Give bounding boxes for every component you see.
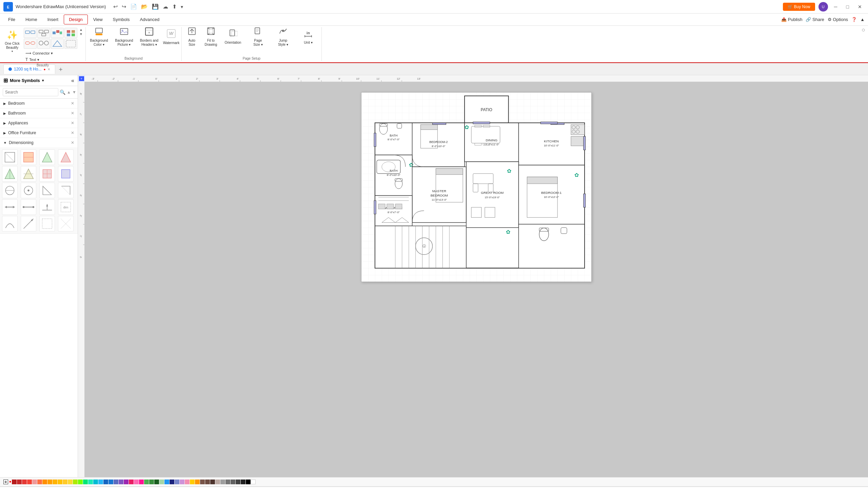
orientation-button[interactable]: Orientation: [221, 28, 245, 45]
symbol-15[interactable]: [39, 199, 55, 215]
shape-preset-5[interactable]: [24, 39, 37, 49]
color-swatch[interactable]: [149, 480, 154, 484]
maximize-button[interactable]: □: [844, 3, 852, 11]
shape-preset-2[interactable]: [37, 28, 50, 38]
scroll-down-icon[interactable]: ▼: [72, 90, 76, 95]
redo-button[interactable]: ↪: [120, 3, 127, 11]
sidebar-cat-office-header[interactable]: ▶ Office Furniture ✕: [0, 128, 78, 138]
color-swatch[interactable]: [58, 480, 62, 484]
help-link[interactable]: ❓: [851, 17, 857, 22]
share-link[interactable]: 🔗 Share: [806, 17, 824, 22]
right-panel-btn[interactable]: »: [78, 75, 85, 82]
color-swatch[interactable]: [83, 480, 88, 484]
sidebar-cat-appliances-header[interactable]: ▶ Appliances ✕: [0, 118, 78, 128]
publish-link[interactable]: 📤 Publish: [781, 17, 802, 22]
color-swatch[interactable]: [78, 480, 83, 484]
tab-close[interactable]: ✕: [47, 67, 50, 71]
menu-design[interactable]: Design: [64, 15, 87, 24]
unit-button[interactable]: in Unit ▾: [296, 28, 320, 45]
color-swatch[interactable]: [68, 480, 73, 484]
dimensioning-close[interactable]: ✕: [71, 140, 74, 145]
color-swatch[interactable]: [42, 480, 47, 484]
options-link[interactable]: ⚙ Options: [828, 17, 848, 22]
color-swatch[interactable]: [231, 480, 235, 484]
color-swatch[interactable]: [195, 480, 200, 484]
symbol-3[interactable]: [39, 149, 55, 165]
color-swatch[interactable]: [53, 480, 57, 484]
menu-advanced[interactable]: Advanced: [135, 15, 164, 24]
scroll-up-icon[interactable]: ▲: [67, 90, 71, 95]
color-swatch[interactable]: [63, 480, 67, 484]
color-swatch[interactable]: [175, 480, 179, 484]
ribbon-expand-up[interactable]: ▲: [79, 28, 83, 32]
menu-file[interactable]: File: [3, 15, 20, 24]
color-swatch[interactable]: [124, 480, 129, 484]
symbol-18[interactable]: [21, 216, 36, 231]
one-click-beautify-button[interactable]: ✨ One ClickBeautify ▾: [2, 28, 22, 55]
shape-preset-1[interactable]: [24, 28, 37, 38]
color-swatch[interactable]: [241, 480, 245, 484]
sidebar-collapse[interactable]: «: [71, 78, 74, 84]
color-swatch[interactable]: [210, 480, 215, 484]
jump-style-button[interactable]: JumpStyle ▾: [271, 28, 295, 45]
symbol-5[interactable]: [2, 166, 18, 182]
color-swatch[interactable]: [185, 480, 190, 484]
symbol-17[interactable]: [2, 216, 18, 231]
symbol-1[interactable]: [2, 149, 18, 165]
menu-symbols[interactable]: Symbols: [108, 15, 135, 24]
color-swatch[interactable]: [170, 480, 174, 484]
color-swatch[interactable]: [103, 480, 108, 484]
symbol-7[interactable]: [39, 166, 55, 182]
save-button[interactable]: 💾: [151, 3, 160, 11]
color-swatch[interactable]: [108, 480, 113, 484]
open-button[interactable]: 📂: [140, 3, 149, 11]
color-swatch[interactable]: [215, 480, 220, 484]
shape-preset-7[interactable]: [51, 39, 64, 49]
symbol-9[interactable]: [2, 183, 18, 198]
symbol-6[interactable]: [21, 166, 36, 182]
color-swatch[interactable]: [220, 480, 225, 484]
symbol-19[interactable]: [39, 216, 55, 231]
symbol-16[interactable]: dim: [58, 199, 74, 215]
color-swatch[interactable]: [93, 480, 98, 484]
color-swatch[interactable]: [139, 480, 144, 484]
color-swatch[interactable]: [154, 480, 159, 484]
shape-preset-8[interactable]: [64, 39, 77, 49]
appliances-close[interactable]: ✕: [71, 121, 74, 125]
color-swatch[interactable]: [114, 480, 118, 484]
canvas-area[interactable]: PATIO BATH 8'-0"x7'-0" BEDROOM-2 8'-: [85, 82, 868, 477]
sidebar-cat-bedroom-header[interactable]: ▶ Bedroom ✕: [0, 99, 78, 108]
search-input[interactable]: [3, 88, 58, 96]
symbol-12[interactable]: [58, 183, 74, 198]
shape-preset-6[interactable]: [37, 39, 50, 49]
cloud-save-button[interactable]: ☁: [161, 3, 170, 11]
background-picture-button[interactable]: BackgroundPicture ▾: [112, 28, 136, 45]
fit-to-drawing-button[interactable]: Fit toDrawing: [202, 28, 220, 45]
color-swatch[interactable]: [22, 480, 27, 484]
color-swatch[interactable]: [17, 480, 22, 484]
new-button[interactable]: 📄: [129, 3, 138, 11]
background-color-button[interactable]: BackgroundColor ▾: [87, 28, 111, 45]
color-swatch[interactable]: [205, 480, 210, 484]
symbol-10[interactable]: [21, 183, 36, 198]
color-swatch[interactable]: [180, 480, 184, 484]
color-swatch[interactable]: [119, 480, 123, 484]
watermark-button[interactable]: W Watermark: [162, 28, 180, 45]
color-swatch[interactable]: [190, 480, 195, 484]
close-button[interactable]: ✕: [855, 3, 865, 11]
color-swatch[interactable]: [164, 480, 169, 484]
color-swatch[interactable]: [47, 480, 52, 484]
bedroom-close[interactable]: ✕: [71, 101, 74, 106]
color-swatch[interactable]: [37, 480, 42, 484]
symbol-8[interactable]: [58, 166, 74, 182]
color-swatch[interactable]: [225, 480, 230, 484]
menu-insert[interactable]: Insert: [43, 15, 63, 24]
text-button[interactable]: T Text ▾: [24, 57, 55, 63]
buy-now-button[interactable]: 🛒 Buy Now: [783, 3, 815, 11]
color-swatch[interactable]: [12, 480, 17, 484]
color-picker-icon[interactable]: ⊕: [3, 480, 8, 484]
borders-headers-button[interactable]: ≡ Borders andHeaders ▾: [137, 28, 161, 45]
undo-button[interactable]: ↩: [112, 3, 119, 11]
bathroom-close[interactable]: ✕: [71, 111, 74, 116]
search-icon[interactable]: 🔍: [60, 89, 65, 95]
